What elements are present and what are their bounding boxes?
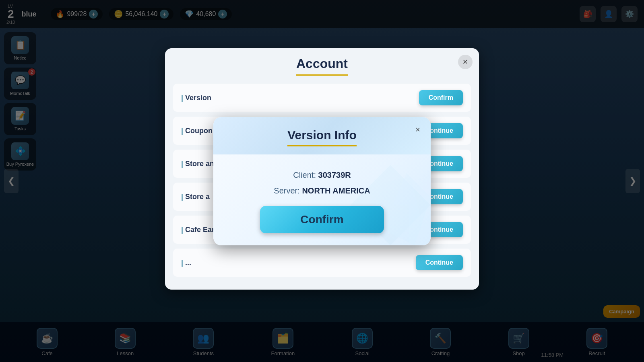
- version-modal-body: Client: 303739R Server: NORTH AMERICA Co…: [213, 154, 431, 245]
- version-modal-header: Version Info ×: [213, 117, 431, 154]
- server-label: Server:: [274, 186, 299, 195]
- version-confirm-button[interactable]: Confirm: [260, 206, 384, 233]
- version-info-modal: Version Info × Client: 303739R Server: N…: [213, 117, 431, 245]
- client-info-row: Client: 303739R: [293, 171, 351, 180]
- client-label: Client:: [293, 171, 316, 179]
- client-value: 303739R: [318, 171, 351, 179]
- version-modal-overlay: Version Info × Client: 303739R Server: N…: [0, 0, 644, 362]
- version-close-button[interactable]: ×: [411, 123, 424, 136]
- version-modal-title: Version Info: [287, 128, 357, 146]
- decorative-diamond-bg: [350, 165, 431, 245]
